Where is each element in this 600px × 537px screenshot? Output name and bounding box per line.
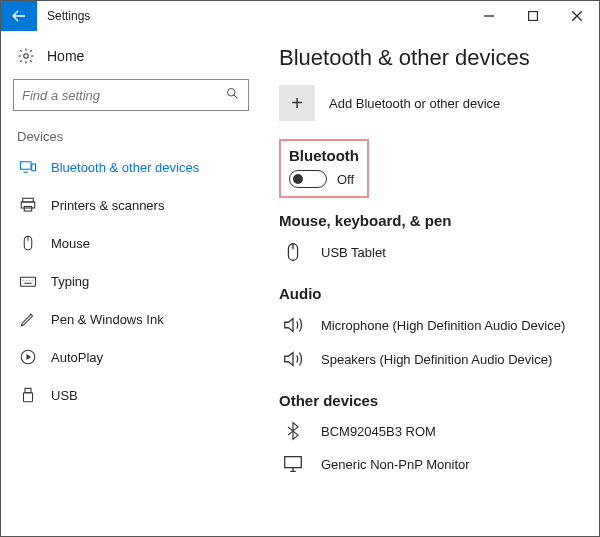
device-monitor[interactable]: Generic Non-PnP Monitor xyxy=(279,447,587,481)
nav-label: USB xyxy=(51,388,78,403)
nav-bluetooth-devices[interactable]: Bluetooth & other devices xyxy=(13,148,249,186)
monitor-icon xyxy=(279,453,307,475)
nav-label: Pen & Windows Ink xyxy=(51,312,164,327)
search-box[interactable] xyxy=(13,79,249,111)
add-device-button[interactable]: + Add Bluetooth or other device xyxy=(279,85,587,121)
svg-point-1 xyxy=(24,54,29,59)
svg-rect-3 xyxy=(21,162,32,170)
search-input[interactable] xyxy=(22,88,225,103)
svg-rect-5 xyxy=(23,198,34,202)
other-devices-section: Other devices BCM92045B3 ROM Generic Non… xyxy=(279,392,587,481)
nav-printers[interactable]: Printers & scanners xyxy=(13,186,249,224)
nav-label: Mouse xyxy=(51,236,90,251)
usb-icon xyxy=(19,386,37,404)
keyboard-icon xyxy=(19,272,37,290)
device-label: Speakers (High Definition Audio Device) xyxy=(321,352,552,367)
bluetooth-icon xyxy=(279,421,307,441)
close-button[interactable] xyxy=(555,1,599,31)
device-label: Generic Non-PnP Monitor xyxy=(321,457,470,472)
svg-rect-9 xyxy=(21,277,36,286)
search-icon xyxy=(225,86,240,104)
svg-rect-6 xyxy=(21,202,35,208)
svg-rect-7 xyxy=(24,207,32,212)
main-panel: Bluetooth & other devices + Add Bluetoot… xyxy=(261,31,599,536)
window-title: Settings xyxy=(37,9,467,23)
nav-usb[interactable]: USB xyxy=(13,376,249,414)
section-title: Mouse, keyboard, & pen xyxy=(279,212,587,229)
nav-mouse[interactable]: Mouse xyxy=(13,224,249,262)
svg-point-2 xyxy=(228,89,236,97)
svg-rect-12 xyxy=(24,393,33,402)
bluetooth-section: Bluetooth Off xyxy=(279,139,369,198)
device-label: USB Tablet xyxy=(321,245,386,260)
printer-icon xyxy=(19,196,37,214)
mouse-keyboard-section: Mouse, keyboard, & pen USB Tablet xyxy=(279,212,587,269)
plus-icon: + xyxy=(279,85,315,121)
section-title: Other devices xyxy=(279,392,587,409)
pen-icon xyxy=(19,310,37,328)
nav-pen[interactable]: Pen & Windows Ink xyxy=(13,300,249,338)
add-device-label: Add Bluetooth or other device xyxy=(329,96,500,111)
autoplay-icon xyxy=(19,348,37,366)
page-title: Bluetooth & other devices xyxy=(279,45,587,71)
device-speakers[interactable]: Speakers (High Definition Audio Device) xyxy=(279,342,587,376)
speaker-icon xyxy=(279,348,307,370)
nav-label: Printers & scanners xyxy=(51,198,164,213)
device-microphone[interactable]: Microphone (High Definition Audio Device… xyxy=(279,308,587,342)
svg-rect-0 xyxy=(529,12,538,21)
bluetooth-toggle[interactable] xyxy=(289,170,327,188)
home-label: Home xyxy=(47,48,84,64)
back-button[interactable] xyxy=(1,1,37,31)
gear-icon xyxy=(17,47,35,65)
bluetooth-state: Off xyxy=(337,172,354,187)
section-title: Audio xyxy=(279,285,587,302)
device-bcm[interactable]: BCM92045B3 ROM xyxy=(279,415,587,447)
category-label: Devices xyxy=(13,129,249,148)
nav-autoplay[interactable]: AutoPlay xyxy=(13,338,249,376)
devices-icon xyxy=(19,158,37,176)
nav-label: Typing xyxy=(51,274,89,289)
maximize-button[interactable] xyxy=(511,1,555,31)
sidebar: Home Devices Bluetooth & other devices P… xyxy=(1,31,261,536)
nav-label: Bluetooth & other devices xyxy=(51,160,199,175)
svg-rect-4 xyxy=(32,164,36,171)
bluetooth-title: Bluetooth xyxy=(289,147,359,164)
mouse-icon xyxy=(19,234,37,252)
mouse-icon xyxy=(279,241,307,263)
audio-section: Audio Microphone (High Definition Audio … xyxy=(279,285,587,376)
speaker-icon xyxy=(279,314,307,336)
nav-label: AutoPlay xyxy=(51,350,103,365)
device-usb-tablet[interactable]: USB Tablet xyxy=(279,235,587,269)
minimize-button[interactable] xyxy=(467,1,511,31)
svg-rect-11 xyxy=(25,388,31,393)
title-bar: Settings xyxy=(1,1,599,31)
home-button[interactable]: Home xyxy=(13,39,249,79)
device-label: Microphone (High Definition Audio Device… xyxy=(321,318,565,333)
device-label: BCM92045B3 ROM xyxy=(321,424,436,439)
nav-typing[interactable]: Typing xyxy=(13,262,249,300)
svg-rect-14 xyxy=(285,457,302,468)
